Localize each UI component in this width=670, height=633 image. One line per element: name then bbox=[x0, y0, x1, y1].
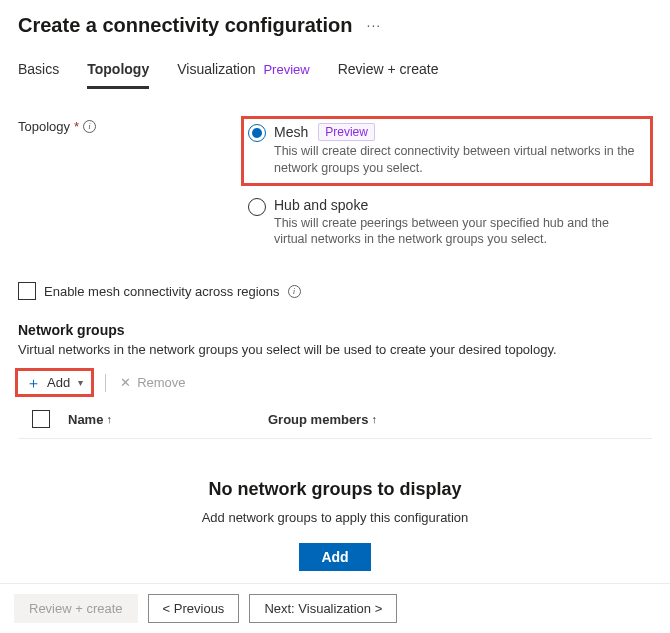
preview-badge: Preview bbox=[318, 123, 375, 141]
enable-mesh-label: Enable mesh connectivity across regions bbox=[44, 284, 280, 299]
radio-mesh-label: Mesh bbox=[274, 124, 308, 140]
add-button-label: Add bbox=[47, 375, 70, 390]
table-header: Name ↑ Group members ↑ bbox=[18, 394, 652, 439]
tab-review-create[interactable]: Review + create bbox=[338, 55, 439, 89]
add-button[interactable]: ＋ Add ▾ bbox=[18, 371, 91, 394]
network-groups-heading: Network groups bbox=[18, 322, 652, 338]
chevron-down-icon: ▾ bbox=[78, 377, 83, 388]
enable-mesh-checkbox[interactable] bbox=[18, 282, 36, 300]
more-icon[interactable]: ··· bbox=[367, 17, 382, 35]
column-name[interactable]: Name ↑ bbox=[68, 412, 268, 427]
empty-add-button[interactable]: Add bbox=[299, 543, 370, 571]
plus-icon: ＋ bbox=[26, 375, 41, 390]
sort-arrow-icon: ↑ bbox=[106, 413, 112, 425]
radio-hub-spoke-input[interactable] bbox=[248, 198, 266, 216]
radio-mesh-input[interactable] bbox=[248, 124, 266, 142]
preview-badge: Preview bbox=[263, 62, 309, 77]
network-groups-desc: Virtual networks in the network groups y… bbox=[18, 342, 652, 357]
tab-visualization-label: Visualization bbox=[177, 61, 255, 77]
empty-state-title: No network groups to display bbox=[18, 479, 652, 500]
page-title: Create a connectivity configuration bbox=[18, 14, 353, 37]
remove-button-label: Remove bbox=[137, 375, 185, 390]
previous-button[interactable]: < Previous bbox=[148, 594, 240, 623]
radio-mesh[interactable]: Mesh Preview This will create direct con… bbox=[242, 117, 652, 185]
topology-field-label: Topology * i bbox=[18, 117, 242, 134]
tab-basics[interactable]: Basics bbox=[18, 55, 59, 89]
tab-topology[interactable]: Topology bbox=[87, 55, 149, 89]
radio-mesh-desc: This will create direct connectivity bet… bbox=[274, 143, 644, 177]
footer-bar: Review + create < Previous Next: Visuali… bbox=[0, 583, 670, 633]
review-create-button: Review + create bbox=[14, 594, 138, 623]
empty-state: No network groups to display Add network… bbox=[18, 439, 652, 601]
radio-hub-spoke[interactable]: Hub and spoke This will create peerings … bbox=[242, 191, 652, 257]
empty-state-desc: Add network groups to apply this configu… bbox=[18, 510, 652, 525]
toolbar-separator bbox=[105, 374, 106, 392]
radio-hub-spoke-desc: This will create peerings between your s… bbox=[274, 215, 644, 249]
close-icon: ✕ bbox=[120, 375, 131, 390]
select-all-checkbox[interactable] bbox=[32, 410, 50, 428]
tab-visualization[interactable]: Visualization Preview bbox=[177, 55, 310, 89]
remove-button: ✕ Remove bbox=[120, 375, 185, 390]
column-group-members[interactable]: Group members ↑ bbox=[268, 412, 377, 427]
next-button[interactable]: Next: Visualization > bbox=[249, 594, 397, 623]
tab-bar: Basics Topology Visualization Preview Re… bbox=[0, 45, 670, 89]
info-icon[interactable]: i bbox=[288, 285, 301, 298]
sort-arrow-icon: ↑ bbox=[371, 413, 377, 425]
radio-hub-spoke-label: Hub and spoke bbox=[274, 197, 368, 213]
info-icon[interactable]: i bbox=[83, 120, 96, 133]
